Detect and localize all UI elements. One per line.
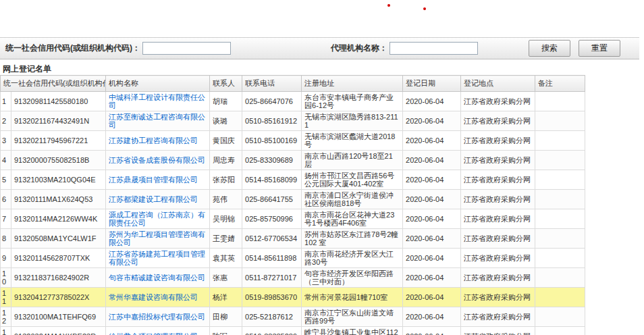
- contact-person: 苑伟: [210, 190, 242, 209]
- register-place: 江苏省政府采购分网: [461, 288, 535, 307]
- register-date: 2020-06-04: [403, 288, 461, 307]
- credit-code-cell: 913201145628707TXK: [11, 249, 106, 268]
- agency-name-input[interactable]: [390, 42, 478, 55]
- org-name-link[interactable]: 源成工程咨询（江苏南京）有限责任公司: [106, 209, 210, 229]
- column-header: 统一社会信用代码(或组织机构代码): [1, 76, 106, 92]
- register-date: 2020-06-04: [403, 111, 461, 131]
- credit-code-input[interactable]: [142, 42, 231, 55]
- org-name-link[interactable]: 中城科泽工程设计有限责任公司: [106, 92, 210, 111]
- org-name-link[interactable]: 常州华嘉建设咨询有限公司: [106, 288, 210, 307]
- row-number: 7: [1, 209, 11, 229]
- org-name-link[interactable]: 江苏中嘉招投标代理有限公司: [106, 307, 210, 327]
- registered-address: 南京市浦口区永宁街道侯冲社区侯南组818号: [302, 190, 403, 209]
- registered-address: 扬州市邗江区文昌西路56号公元国际大厦401-402室: [302, 170, 403, 190]
- contact-phone: 0511-87271017: [242, 268, 302, 288]
- table-body: 1 913209811425580180 中城科泽工程设计有限责任公司 胡瑞 0…: [1, 92, 585, 335]
- reset-button[interactable]: 重置: [579, 40, 620, 57]
- org-name-link[interactable]: 苏州为华工程项目管理咨询有限公司: [106, 229, 210, 249]
- page: 统一社会信用代码(或组织机构代码)： 代理机构名称： 搜索 重置 网上登记名单 …: [0, 0, 644, 335]
- table-row[interactable]: 9 913201145628707TXK 江苏省苏扬建苑工程项目管理有限公司 袁…: [1, 249, 585, 268]
- table-row[interactable]: 2 91320211674432491N 江苏至衡诚达工程咨询有限公司 谈璐 0…: [1, 111, 585, 131]
- registered-address: 常州市河景花园1幢710室: [302, 288, 403, 307]
- contact-phone: 0510-85161912: [242, 111, 302, 131]
- table-row[interactable]: 1 913209811425580180 中城科泽工程设计有限责任公司 胡瑞 0…: [1, 92, 585, 111]
- org-name-link[interactable]: 江苏建协工程咨询有限公司: [106, 131, 210, 151]
- row-number: 10: [1, 268, 11, 288]
- table-row[interactable]: 4 91320000755082518B 江苏省设备成套股份有限公司 周忠寿 0…: [1, 151, 585, 170]
- contact-phone: 0510-85100169: [242, 131, 302, 151]
- org-name-link[interactable]: 江苏都梁建设工程有限公司: [106, 190, 210, 209]
- row-number: 8: [1, 229, 11, 249]
- contact-phone: 025-83309689: [242, 151, 302, 170]
- register-date: 2020-06-04: [403, 170, 461, 190]
- remark-cell: [535, 131, 585, 151]
- credit-code-cell: 91320100MA1TEHFQ69: [11, 307, 106, 327]
- row-number: 2: [1, 111, 11, 131]
- register-place: 江苏省政府采购分网: [461, 229, 535, 249]
- remark-cell: [535, 92, 585, 111]
- credit-code-cell: 91320000755082518B: [11, 151, 106, 170]
- row-number: 3: [1, 131, 11, 151]
- remark-cell: [535, 288, 585, 307]
- table-row[interactable]: 3 913202117945967221 江苏建协工程咨询有限公司 黄国庆 05…: [1, 131, 585, 151]
- remark-cell: [535, 229, 585, 249]
- register-place: 江苏省政府采购分网: [461, 131, 535, 151]
- contact-person: 张惠: [210, 268, 242, 288]
- registered-address: 南京市江宁区东山街道文靖西路99号: [302, 307, 403, 327]
- table-row[interactable]: 8 91320508MA1YC4LW1F 苏州为华工程项目管理咨询有限公司 王雯…: [1, 229, 585, 249]
- register-place: 江苏省政府采购分网: [461, 268, 535, 288]
- table-row[interactable]: 12 91320100MA1TEHFQ69 江苏中嘉招投标代理有限公司 田柳 0…: [1, 307, 585, 327]
- register-date: 2020-06-04: [403, 268, 461, 288]
- contact-phone: 025-52187612: [242, 307, 302, 327]
- table-row[interactable]: 5 91321003MA210QG04E 江苏鼎晟项目管理有限公司 张苏阳 05…: [1, 170, 585, 190]
- registered-address: 南京市雨花经济开发区大江路30号: [302, 249, 403, 268]
- credit-code-cell: 91320211674432491N: [11, 111, 106, 131]
- column-header: 备注: [535, 76, 585, 92]
- remark-cell: [535, 307, 585, 327]
- column-header: 登记地点: [461, 76, 535, 92]
- register-date: 2020-06-04: [403, 92, 461, 111]
- contact-person: 张苏阳: [210, 170, 242, 190]
- registered-address: 无锡市滨湖区隐秀路813-2111: [302, 111, 403, 131]
- search-actions: 搜索 重置: [529, 40, 620, 57]
- registered-address: 睢宁县沙集镇工业集中区112号: [302, 327, 403, 335]
- registration-table: 统一社会信用代码(或组织机构代码)机构名称联系人联系电话注册地址登记日期登记地点…: [0, 75, 585, 335]
- credit-code-cell: 91320324MA1XKBE23R: [11, 327, 106, 335]
- column-header: 机构名称: [106, 76, 210, 92]
- row-number: 5: [1, 170, 11, 190]
- contact-person: 王雯婧: [210, 229, 242, 249]
- row-number: 12: [1, 307, 11, 327]
- register-place: 江苏省政府采购分网: [461, 307, 535, 327]
- search-button[interactable]: 搜索: [529, 40, 570, 57]
- remark-cell: [535, 111, 585, 131]
- registered-address: 句容市经济开发区华阳西路（三中对面）: [302, 268, 403, 288]
- table-row[interactable]: 13 91320324MA1XKBE23R 徐州君全项目管理有限公司 陈军 05…: [1, 327, 585, 335]
- org-name-link[interactable]: 徐州君全项目管理有限公司: [106, 327, 210, 335]
- registered-address: 南京市山西路120号18至21层: [302, 151, 403, 170]
- register-date: 2020-06-04: [403, 229, 461, 249]
- remark-cell: [535, 190, 585, 209]
- contact-person: 黄国庆: [210, 131, 242, 151]
- register-date: 2020-06-04: [403, 249, 461, 268]
- org-name-link[interactable]: 江苏至衡诚达工程咨询有限公司: [106, 111, 210, 131]
- registered-address: 无锡市滨湖区蠡湖大道2018号: [302, 131, 403, 151]
- row-number: 9: [1, 249, 11, 268]
- table-row[interactable]: 10 91321183716824902R 句容市精诚建设咨询有限公司 张惠 0…: [1, 268, 585, 288]
- table-row[interactable]: 11 91320412773785022X 常州华嘉建设咨询有限公司 杨洋 05…: [1, 288, 585, 307]
- red-artifact-dot: [387, 4, 390, 7]
- credit-code-cell: 91320508MA1YC4LW1F: [11, 229, 106, 249]
- org-name-link[interactable]: 江苏省苏扬建苑工程项目管理有限公司: [106, 249, 210, 268]
- row-number: 11: [1, 288, 11, 307]
- org-name-link[interactable]: 江苏鼎晟项目管理有限公司: [106, 170, 210, 190]
- org-name-link[interactable]: 江苏省设备成套股份有限公司: [106, 151, 210, 170]
- org-name-link[interactable]: 句容市精诚建设咨询有限公司: [106, 268, 210, 288]
- table-row[interactable]: 7 91320114MA2126WW4K 源成工程咨询（江苏南京）有限责任公司 …: [1, 209, 585, 229]
- register-place: 江苏省政府采购分网: [461, 190, 535, 209]
- table-row[interactable]: 6 91320111MA1X624Q53 江苏都梁建设工程有限公司 苑伟 025…: [1, 190, 585, 209]
- column-header: 注册地址: [302, 76, 403, 92]
- register-date: 2020-06-04: [403, 307, 461, 327]
- register-place: 江苏省政府采购分网: [461, 111, 535, 131]
- contact-person: 陈军: [210, 327, 242, 335]
- register-date: 2020-06-04: [403, 209, 461, 229]
- contact-phone: 025-85750996: [242, 209, 302, 229]
